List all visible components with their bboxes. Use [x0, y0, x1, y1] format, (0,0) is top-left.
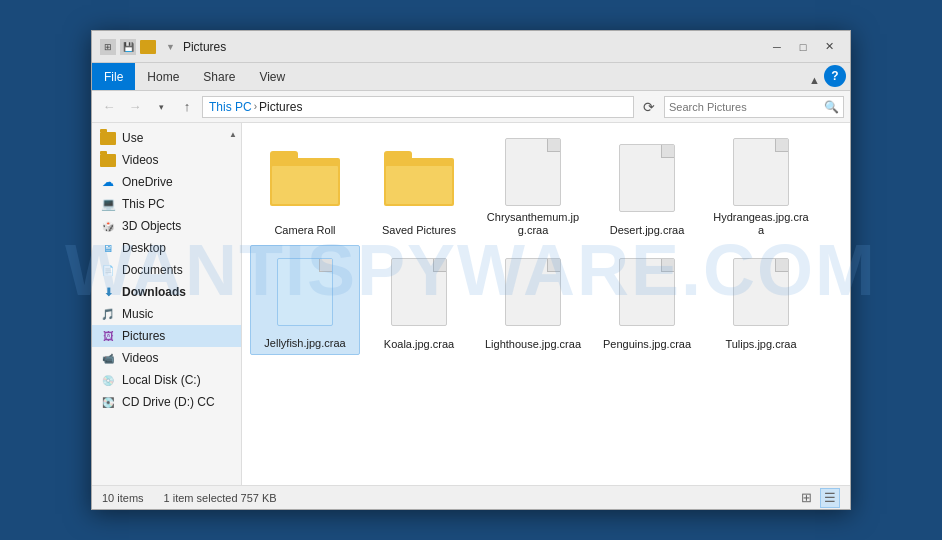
document-icon — [619, 258, 675, 326]
doc-icon-wrapper — [368, 251, 470, 334]
title-bar: ⊞ 💾 ▼ Pictures ─ □ ✕ — [92, 31, 850, 63]
search-icon: 🔍 — [824, 100, 839, 114]
doc-icon-wrapper — [710, 137, 812, 207]
sidebar-item-downloads[interactable]: ⬇ Downloads — [92, 281, 241, 303]
breadcrumb: This PC › Pictures — [202, 96, 634, 118]
sidebar-item-music[interactable]: 🎵 Music — [92, 303, 241, 325]
sidebar-item-local-disk[interactable]: 💿 Local Disk (C:) — [92, 369, 241, 391]
help-button[interactable]: ? — [824, 65, 846, 87]
forward-button[interactable]: → — [124, 96, 146, 118]
refresh-button[interactable]: ⟳ — [638, 96, 660, 118]
file-item[interactable]: Desert.jpg.craa — [592, 131, 702, 241]
file-label: Jellyfish.jpg.craa — [264, 337, 345, 350]
document-icon — [619, 144, 675, 212]
docs-icon: 📄 — [100, 262, 116, 278]
folder-icon — [140, 40, 156, 54]
downloads-icon: ⬇ — [100, 284, 116, 300]
sidebar-item-videos1[interactable]: Videos — [92, 149, 241, 171]
sidebar-label: This PC — [122, 197, 165, 211]
sidebar-label: Music — [122, 307, 153, 321]
sidebar-item-videos2[interactable]: 📹 Videos — [92, 347, 241, 369]
grid-icon: ⊞ — [100, 39, 116, 55]
file-item[interactable]: Tulips.jpg.craa — [706, 245, 816, 355]
explorer-window: ⊞ 💾 ▼ Pictures ─ □ ✕ File Home Share Vie… — [91, 30, 851, 510]
doc-icon-wrapper — [482, 137, 584, 207]
sidebar-item-use[interactable]: Use — [92, 127, 241, 149]
tab-view[interactable]: View — [247, 63, 297, 90]
cd-icon: 💽 — [100, 394, 116, 410]
file-label: Desert.jpg.craa — [610, 224, 685, 237]
sidebar-label: Local Disk (C:) — [122, 373, 201, 387]
file-item[interactable]: Saved Pictures — [364, 131, 474, 241]
sidebar-item-this-pc[interactable]: 💻 This PC — [92, 193, 241, 215]
sidebar-item-onedrive[interactable]: ☁ OneDrive — [92, 171, 241, 193]
ribbon-collapse-button[interactable]: ▲ — [809, 74, 820, 86]
tab-file[interactable]: File — [92, 63, 135, 90]
doc-icon-wrapper — [255, 252, 355, 333]
disk-icon: 💿 — [100, 372, 116, 388]
selection-info: 1 item selected 757 KB — [164, 492, 277, 504]
doc-icon-wrapper — [596, 137, 698, 220]
breadcrumb-current: Pictures — [259, 100, 302, 114]
sidebar-item-documents[interactable]: 📄 Documents — [92, 259, 241, 281]
document-icon — [733, 138, 789, 206]
ribbon-tabs: File Home Share View ▲ ? — [92, 63, 850, 91]
view-details-button[interactable]: ⊞ — [796, 488, 816, 508]
close-button[interactable]: ✕ — [816, 36, 842, 58]
sidebar-label: Videos — [122, 153, 158, 167]
view-toggles: ⊞ ☰ — [796, 488, 840, 508]
doc-icon-wrapper — [710, 251, 812, 334]
file-item[interactable]: Jellyfish.jpg.craa — [250, 245, 360, 355]
file-label: Saved Pictures — [382, 224, 456, 237]
window-title: Pictures — [183, 40, 764, 54]
back-button[interactable]: ← — [98, 96, 120, 118]
item-count: 10 items — [102, 492, 144, 504]
document-icon — [277, 258, 333, 326]
file-item[interactable]: Chrysanthemum.jpg.craa — [478, 131, 588, 241]
up-button[interactable]: ↑ — [176, 96, 198, 118]
folder-icon-wrapper — [368, 137, 470, 220]
recent-locations-button[interactable]: ▾ — [150, 96, 172, 118]
file-item[interactable]: Camera Roll — [250, 131, 360, 241]
doc-icon-wrapper — [596, 251, 698, 334]
3d-icon: 🎲 — [100, 218, 116, 234]
breadcrumb-this-pc[interactable]: This PC — [209, 100, 252, 114]
file-label: Lighthouse.jpg.craa — [485, 338, 581, 351]
sidebar-item-cd-drive[interactable]: 💽 CD Drive (D:) CC — [92, 391, 241, 413]
file-item[interactable]: Penguins.jpg.craa — [592, 245, 702, 355]
file-label: Tulips.jpg.craa — [725, 338, 796, 351]
sidebar-item-3dobjects[interactable]: 🎲 3D Objects — [92, 215, 241, 237]
file-item[interactable]: Lighthouse.jpg.craa — [478, 245, 588, 355]
ribbon-arrow: ▼ — [166, 42, 175, 52]
tab-share[interactable]: Share — [191, 63, 247, 90]
sidebar-label: Downloads — [122, 285, 186, 299]
address-bar: ← → ▾ ↑ This PC › Pictures ⟳ 🔍 — [92, 91, 850, 123]
tab-home[interactable]: Home — [135, 63, 191, 90]
folder-icon — [100, 152, 116, 168]
folder-icon — [270, 151, 340, 206]
doc-icon-wrapper — [482, 251, 584, 334]
search-box: 🔍 — [664, 96, 844, 118]
document-icon — [505, 258, 561, 326]
cloud-icon: ☁ — [100, 174, 116, 190]
file-label: Koala.jpg.craa — [384, 338, 454, 351]
videos-icon: 📹 — [100, 350, 116, 366]
minimize-button[interactable]: ─ — [764, 36, 790, 58]
file-label: Chrysanthemum.jpg.craa — [483, 211, 583, 237]
file-label: Penguins.jpg.craa — [603, 338, 691, 351]
document-icon — [505, 138, 561, 206]
sidebar-label: Videos — [122, 351, 158, 365]
sidebar-label: Documents — [122, 263, 183, 277]
sidebar-item-pictures[interactable]: 🖼 Pictures — [92, 325, 241, 347]
sidebar: ▲ Use Videos ☁ OneDrive 💻 This PC 🎲 3D O… — [92, 123, 242, 485]
sidebar-item-desktop[interactable]: 🖥 Desktop — [92, 237, 241, 259]
status-bar: 10 items 1 item selected 757 KB ⊞ ☰ — [92, 485, 850, 509]
file-item[interactable]: Hydrangeas.jpg.craa — [706, 131, 816, 241]
file-item[interactable]: Koala.jpg.craa — [364, 245, 474, 355]
document-icon — [733, 258, 789, 326]
title-bar-left-icons: ⊞ 💾 ▼ — [100, 39, 175, 55]
document-icon — [391, 258, 447, 326]
view-tiles-button[interactable]: ☰ — [820, 488, 840, 508]
maximize-button[interactable]: □ — [790, 36, 816, 58]
search-input[interactable] — [669, 101, 820, 113]
